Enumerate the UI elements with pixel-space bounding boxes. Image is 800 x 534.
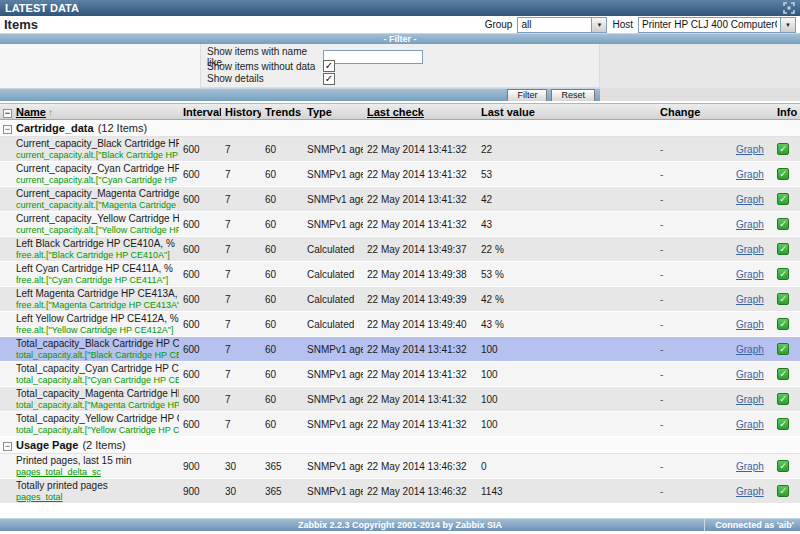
table-row[interactable]: Left Magenta Cartridge HP CE413A, % free… [0,287,800,312]
item-key: pages_total_delta_sc [16,467,179,478]
item-last-check: 22 May 2014 13:41:32 [363,187,477,211]
collapse-all-icon[interactable]: − [3,109,12,118]
table-row[interactable]: Left Black Cartridge HP CE410A, % free.a… [0,237,800,262]
fullscreen-icon[interactable] [783,2,795,14]
table-row[interactable]: Total_capacity_Magenta Cartridge HP CE41… [0,387,800,412]
item-history: 7 [221,137,261,161]
item-change: - [656,479,732,503]
column-header-name[interactable]: Name [16,106,46,118]
table-row[interactable]: Total_capacity_Cyan Cartridge HP CE411A … [0,362,800,387]
item-name: Current_capacity_Magenta Cartridge HP CE… [16,188,179,200]
graph-link[interactable]: Graph [736,486,774,497]
graph-link[interactable]: Graph [736,244,774,255]
item-change: - [656,454,732,478]
item-name: Total_capacity_Black Cartridge HP CE410A [16,338,179,350]
table-row[interactable]: Left Yellow Cartridge HP CE412A, % free.… [0,312,800,337]
graph-link[interactable]: Graph [736,319,774,330]
row-expand-cell [0,262,16,286]
table-row[interactable]: Current_capacity_Black Cartridge HP CE41… [0,137,800,162]
group-name: Cartridge_data [16,122,94,134]
row-expand-cell [0,362,16,386]
group-select[interactable]: all ▼ [517,17,607,33]
item-change: - [656,362,732,386]
reset-button[interactable]: Reset [551,89,595,102]
item-history: 30 [221,454,261,478]
item-name-cell: Left Yellow Cartridge HP CE412A, % free.… [16,312,179,336]
filter-button[interactable]: Filter [507,89,547,102]
item-ok-status-icon: ✓ [777,293,789,305]
item-type: SNMPv1 agent [303,337,363,361]
graph-link[interactable]: Graph [736,294,774,305]
column-header-interval: Interval [179,106,221,118]
item-interval: 600 [179,312,221,336]
table-row[interactable]: Total_capacity_Black Cartridge HP CE410A… [0,337,800,362]
item-last-value: 42 [477,187,656,211]
item-trends: 365 [261,479,303,503]
graph-link[interactable]: Graph [736,169,774,180]
graph-link[interactable]: Graph [736,461,774,472]
table-row[interactable]: Totally printed pages pages_total 900 30… [0,479,800,504]
item-trends: 365 [261,454,303,478]
item-change: - [656,137,732,161]
column-header-last-check[interactable]: Last check [367,106,424,118]
graph-link[interactable]: Graph [736,194,774,205]
table-row[interactable]: Printed pages, last 15 min pages_total_d… [0,454,800,479]
item-last-check: 22 May 2014 13:41:32 [363,387,477,411]
filter-toggle[interactable]: - Filter - [0,33,800,44]
table-row[interactable]: Current_capacity_Cyan Cartridge HP CE411… [0,162,800,187]
table-row[interactable]: Current_capacity_Magenta Cartridge HP CE… [0,187,800,212]
show-details-checkbox[interactable]: ✓ [323,73,335,85]
item-name: Current_capacity_Yellow Cartridge HP CE4… [16,213,179,225]
item-type: Calculated [303,287,363,311]
table-row[interactable]: Left Cyan Cartridge HP CE411A, % free.al… [0,262,800,287]
table-row[interactable]: Total_capacity_Yellow Cartridge HP CE412… [0,412,800,437]
item-type: SNMPv1 agent [303,362,363,386]
item-last-value: 1143 [477,479,656,503]
item-history: 7 [221,337,261,361]
item-type: Calculated [303,237,363,261]
item-type: Calculated [303,312,363,336]
graph-link[interactable]: Graph [736,344,774,355]
item-trends: 60 [261,387,303,411]
without-data-checkbox[interactable]: ✓ [323,60,335,72]
without-data-label: Show items without data [207,61,323,72]
item-history: 7 [221,412,261,436]
item-change: - [656,262,732,286]
host-label: Host [612,19,633,30]
item-name-cell: Current_capacity_Magenta Cartridge HP CE… [16,187,179,211]
graph-link[interactable]: Graph [736,419,774,430]
item-last-check: 22 May 2014 13:41:32 [363,362,477,386]
item-trends: 60 [261,187,303,211]
item-trends: 60 [261,412,303,436]
item-ok-status-icon: ✓ [777,218,789,230]
item-history: 7 [221,262,261,286]
item-trends: 60 [261,312,303,336]
column-header-type: Type [303,106,363,118]
item-interval: 900 [179,479,221,503]
graph-link[interactable]: Graph [736,369,774,380]
host-select[interactable]: Printer HP CLJ 400 ComputerGuys ▼ [638,17,796,33]
graph-link[interactable]: Graph [736,269,774,280]
collapse-group-icon[interactable]: − [3,125,12,134]
item-change: - [656,337,732,361]
row-expand-cell [0,137,16,161]
row-expand-cell [0,237,16,261]
chevron-down-icon: ▼ [780,18,795,32]
graph-link[interactable]: Graph [736,394,774,405]
item-last-value: 22 % [477,237,656,261]
filter-toggle-label: - Filter - [384,34,417,44]
item-trends: 60 [261,337,303,361]
graph-link[interactable]: Graph [736,219,774,230]
host-controls: Group all ▼ Host Printer HP CLJ 400 Comp… [485,17,796,33]
item-last-value: 53 [477,162,656,186]
collapse-group-icon[interactable]: − [3,442,12,451]
item-change: - [656,412,732,436]
item-last-value: 43 [477,212,656,236]
item-history: 7 [221,237,261,261]
table-row[interactable]: Current_capacity_Yellow Cartridge HP CE4… [0,212,800,237]
graph-link[interactable]: Graph [736,144,774,155]
item-change: - [656,162,732,186]
item-type: SNMPv1 agent [303,187,363,211]
item-ok-status-icon: ✓ [777,343,789,355]
item-key: total_capacity.alt.["Yellow Cartridge HP… [16,425,179,436]
